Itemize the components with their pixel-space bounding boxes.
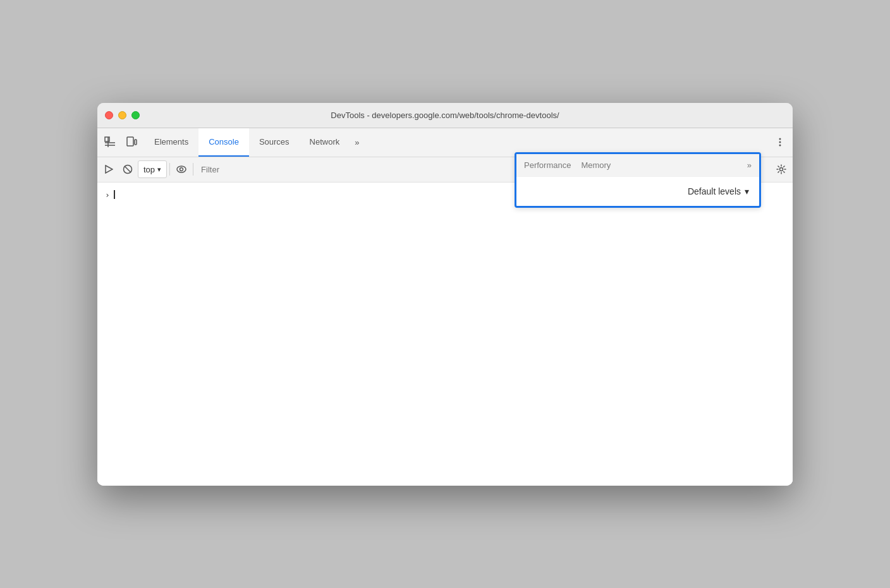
console-content[interactable]: › (97, 183, 793, 486)
highlight-box-top: Performance Memory » (516, 154, 759, 177)
traffic-lights (105, 111, 140, 119)
execute-button[interactable] (100, 160, 118, 178)
more-options-button[interactable] (770, 132, 790, 152)
console-toolbar: top ▾ Performance M (97, 157, 793, 183)
console-prompt: › (105, 188, 115, 200)
svg-point-3 (779, 138, 781, 140)
devtools-body: Elements Console Sources Network » (97, 128, 793, 486)
divider-2 (193, 163, 193, 176)
console-cursor (114, 190, 115, 199)
highlight-box: Performance Memory » Default levels ▾ (515, 152, 761, 208)
svg-marker-6 (106, 165, 113, 173)
close-button[interactable] (105, 111, 113, 119)
prompt-chevron: › (105, 190, 110, 200)
window-title: DevTools - developers.google.com/web/too… (331, 111, 559, 120)
title-bar: DevTools - developers.google.com/web/too… (97, 103, 793, 128)
svg-point-10 (180, 168, 183, 171)
tab-network[interactable]: Network (300, 128, 350, 157)
svg-rect-1 (127, 137, 133, 146)
svg-point-4 (779, 141, 781, 143)
inspector-icon[interactable] (100, 132, 120, 152)
default-levels-button[interactable]: Default levels ▾ (688, 186, 749, 196)
minimize-button[interactable] (118, 111, 126, 119)
tab-sources[interactable]: Sources (249, 128, 300, 157)
context-dropdown[interactable]: top ▾ (138, 160, 167, 178)
live-expressions-button[interactable] (173, 160, 190, 178)
clear-messages-button[interactable] (119, 160, 137, 178)
device-toolbar-icon[interactable] (121, 132, 142, 152)
devtools-window: DevTools - developers.google.com/web/too… (97, 103, 793, 486)
divider-1 (169, 163, 170, 176)
tabs: Elements Console Sources Network (144, 128, 350, 157)
svg-point-5 (779, 145, 781, 147)
svg-point-9 (177, 166, 186, 172)
svg-point-11 (780, 168, 783, 171)
tab-console[interactable]: Console (198, 128, 249, 157)
tab-bar-right (770, 132, 790, 152)
settings-button[interactable] (772, 160, 790, 178)
tab-bar-left (100, 132, 142, 152)
performance-tab-partial[interactable]: Performance (524, 160, 571, 170)
svg-rect-2 (135, 140, 137, 145)
svg-line-8 (125, 166, 131, 172)
tab-elements[interactable]: Elements (144, 128, 198, 157)
more-tabs-icon[interactable]: » (747, 160, 752, 170)
memory-tab-partial[interactable]: Memory (581, 160, 611, 170)
maximize-button[interactable] (131, 111, 140, 119)
svg-rect-0 (105, 137, 109, 141)
highlight-box-bottom: Default levels ▾ (516, 177, 759, 206)
tab-overflow[interactable]: » (350, 128, 364, 157)
highlight-box-tabs: Performance Memory (524, 160, 611, 170)
